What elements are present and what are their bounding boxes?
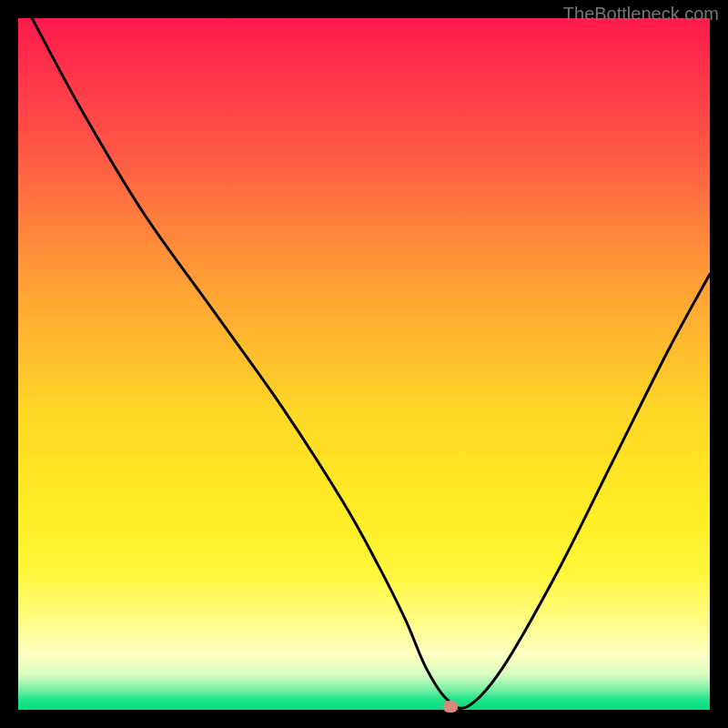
curve-svg: [18, 18, 710, 710]
plot-area: [18, 18, 710, 710]
chart-container: TheBottleneck.com: [0, 0, 728, 728]
plot-frame: [18, 18, 710, 710]
bottleneck-curve-line: [32, 18, 710, 708]
optimal-point-marker: [443, 701, 458, 713]
watermark-text: TheBottleneck.com: [563, 4, 719, 25]
